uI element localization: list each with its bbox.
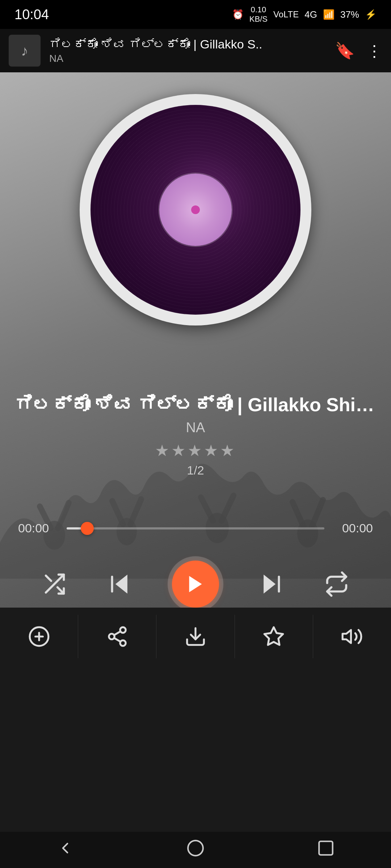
bottom-toolbar [0, 608, 391, 687]
song-artist: NA [14, 420, 377, 435]
previous-button[interactable] [107, 571, 132, 597]
volte-icon: VoLTE [273, 9, 299, 20]
svg-line-27 [114, 631, 121, 635]
vinyl-center-dot [191, 205, 200, 214]
svg-marker-30 [343, 630, 351, 643]
progress-bar[interactable] [67, 527, 324, 529]
status-icons: ⏰ 0.10KB/S VoLTE 4G 📶 37% ⚡ [232, 5, 377, 24]
back-button[interactable] [56, 839, 74, 861]
more-options-button[interactable]: ⋮ [366, 42, 382, 60]
repeat-button[interactable] [324, 571, 349, 597]
status-time: 10:04 [14, 7, 49, 22]
battery-text: 37% [340, 9, 359, 20]
album-thumbnail: ♪ [9, 35, 41, 67]
shuffle-icon [42, 571, 67, 597]
volume-button[interactable] [313, 615, 391, 658]
current-time: 00:00 [18, 521, 58, 535]
top-bar-subtitle: NA [49, 53, 326, 64]
previous-icon [107, 571, 132, 597]
total-time: 00:00 [333, 521, 373, 535]
favorite-icon [262, 625, 285, 648]
volume-icon [341, 625, 363, 648]
favorite-button[interactable] [235, 615, 313, 658]
vinyl-label [159, 174, 232, 246]
play-button[interactable] [172, 561, 219, 608]
song-rating: ★★★★★ [14, 441, 377, 460]
top-bar: ♪ ಗಿಲಕ್ಕೋ ಶಿವ ಗಿಲ್ಲಕ್ಕೋ | Gillakko S.. N… [0, 29, 391, 72]
svg-line-14 [46, 576, 51, 581]
svg-marker-15 [116, 576, 127, 593]
vinyl-record [80, 94, 311, 326]
add-button[interactable] [0, 615, 78, 658]
bookmark-button[interactable]: 🔖 [335, 41, 355, 60]
top-bar-actions: 🔖 ⋮ [335, 41, 382, 60]
svg-rect-32 [319, 841, 333, 855]
download-icon [184, 625, 207, 648]
recents-icon [317, 839, 335, 857]
add-icon [28, 625, 50, 648]
svg-marker-18 [264, 576, 275, 593]
alarm-icon: ⏰ [232, 9, 244, 20]
back-icon [56, 839, 74, 857]
svg-marker-29 [264, 627, 283, 645]
vinyl-disc [91, 105, 300, 315]
song-track-position: 1/2 [14, 463, 377, 477]
top-bar-title: ಗಿಲಕ್ಕೋ ಶಿವ ಗಿಲ್ಲಕ್ಕೋ | Gillakko S.. [49, 37, 326, 51]
download-button[interactable] [156, 615, 235, 658]
network-icon: 4G [304, 9, 317, 20]
progress-thumb[interactable] [81, 522, 94, 535]
vinyl-outer-ring [80, 94, 311, 326]
home-icon [186, 839, 205, 857]
data-speed: 0.10KB/S [249, 5, 268, 24]
home-button[interactable] [186, 839, 205, 861]
status-bar: 10:04 ⏰ 0.10KB/S VoLTE 4G 📶 37% ⚡ [0, 0, 391, 29]
svg-point-31 [188, 841, 203, 856]
song-info: ಗಿಲಕ್ಕೋ ಶಿವ ಗಿಲ್ಲಕ್ಕೋ | Gillakko Shiva G… [0, 394, 391, 477]
next-button[interactable] [259, 571, 284, 597]
repeat-icon [324, 571, 349, 597]
signal-icon: 📶 [323, 9, 335, 20]
playback-controls [0, 561, 391, 608]
music-note-icon: ♪ [21, 43, 28, 59]
song-title: ಗಿಲಕ್ಕೋ ಶಿವ ಗಿಲ್ಲಕ್ಕೋ | Gillakko Shiva G… [14, 394, 377, 416]
battery-icon: ⚡ [365, 9, 377, 20]
share-button[interactable] [78, 615, 156, 658]
shuffle-button[interactable] [42, 571, 67, 597]
top-bar-info: ಗಿಲಕ್ಕೋ ಶಿವ ಗಿಲ್ಲಕ್ಕೋ | Gillakko S.. NA [49, 37, 326, 64]
share-icon [106, 625, 129, 648]
system-nav-bar [0, 832, 391, 868]
svg-line-26 [114, 638, 121, 642]
svg-marker-17 [189, 576, 202, 592]
progress-area: 00:00 00:00 [0, 521, 391, 535]
play-icon [185, 573, 206, 595]
player-area: ಗಿಲಕ್ಕೋ ಶಿವ ಗಿಲ್ಲಕ್ಕೋ | Gillakko Shiva G… [0, 72, 391, 687]
recents-button[interactable] [317, 839, 335, 861]
next-icon [259, 571, 284, 597]
